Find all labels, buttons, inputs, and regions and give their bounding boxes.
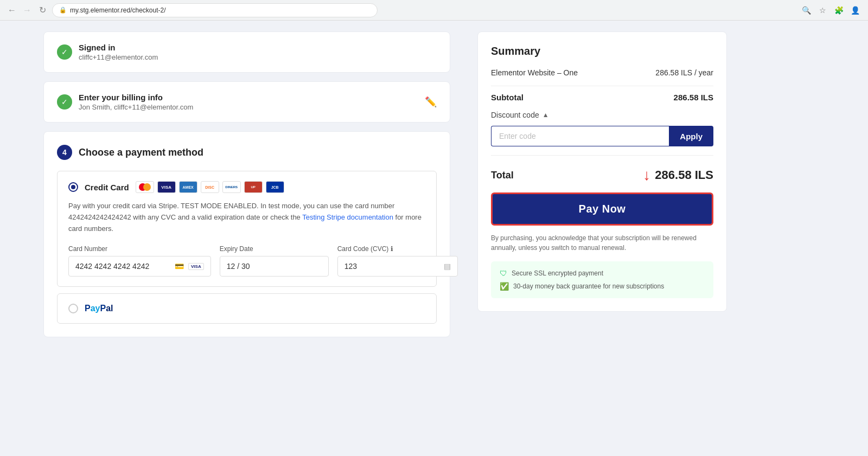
card-input-icon: 💳 [175, 262, 184, 271]
jcb-icon: JCB [266, 181, 284, 193]
expiry-label: Expiry Date [220, 245, 329, 253]
discount-toggle[interactable]: Discount code ▲ [491, 111, 713, 119]
card-number-group: Card Number 💳 VISA [68, 245, 211, 277]
cvc-group: Card Code (CVC) ℹ ▤ [337, 245, 458, 277]
payment-heading: Choose a payment method [79, 147, 203, 158]
step2-title: Enter your billing info [79, 93, 193, 102]
step2-check-icon: ✓ [57, 94, 72, 110]
discount-input-row: Apply [491, 126, 713, 146]
credit-card-radio[interactable] [68, 182, 78, 192]
ssl-icon: 🛡 [500, 269, 507, 278]
mastercard-icon [136, 181, 154, 193]
url-bar[interactable]: 🔒 my.stg.elementor.red/checkout-2/ [52, 3, 378, 17]
card-number-input-wrapper: 💳 VISA [68, 256, 211, 277]
forward-button[interactable]: → [22, 5, 33, 16]
total-value-group: ↓ 286.58 ILS [639, 166, 713, 184]
credit-card-header: Credit Card VISA AMEX DISC DINERS UP [68, 181, 425, 193]
step2-header: ✓ Enter your billing info Jon Smith, cli… [57, 93, 437, 111]
card-icons: VISA AMEX DISC DINERS UP JCB [136, 181, 284, 193]
subtotal-value: 286.58 ILS [674, 93, 713, 102]
step1-info: Signed in cliffc+11@elementor.com [79, 43, 158, 61]
profile-button[interactable]: 👤 [848, 4, 861, 17]
apply-button[interactable]: Apply [669, 126, 713, 146]
extensions-button[interactable]: 🧩 [832, 4, 845, 17]
left-panel: ✓ Signed in cliffc+11@elementor.com ✓ En… [0, 21, 467, 456]
browser-chrome: ← → ↻ 🔒 my.stg.elementor.red/checkout-2/… [0, 0, 868, 21]
edit-billing-button[interactable]: ✏️ [425, 96, 437, 108]
summary-card: Summary Elementor Website – One 286.58 I… [477, 31, 727, 312]
page-layout: ✓ Signed in cliffc+11@elementor.com ✓ En… [0, 21, 868, 456]
visa-icon: VISA [157, 181, 176, 193]
cvc-info-icon[interactable]: ℹ [391, 245, 393, 253]
step1-email: cliffc+11@elementor.com [79, 53, 158, 61]
security-section: 🛡 Secure SSL encrypted payment ✅ 30-day … [491, 261, 713, 298]
right-panel: Summary Elementor Website – One 286.58 I… [467, 21, 749, 456]
cvc-icon: ▤ [444, 262, 451, 271]
card-form: Card Number 💳 VISA Expiry Date [68, 245, 425, 277]
card-type-badge: VISA [188, 263, 204, 270]
renewal-note: By purchasing, you acknowledge that your… [491, 233, 713, 253]
payment-section: 4 Choose a payment method Credit Card [43, 131, 450, 337]
guarantee-text: 30-day money back guarantee for new subs… [513, 282, 664, 290]
lock-icon: 🔒 [59, 7, 67, 14]
back-button[interactable]: ← [7, 5, 17, 16]
url-text: my.stg.elementor.red/checkout-2/ [70, 7, 166, 14]
divider1 [491, 86, 713, 86]
total-label: Total [491, 170, 514, 181]
expiry-input-wrapper [220, 256, 329, 277]
amex-icon: AMEX [179, 181, 197, 193]
unionpay-icon: UP [244, 181, 263, 193]
step1-header: ✓ Signed in cliffc+11@elementor.com [57, 43, 437, 61]
paypal-logo: PayPal [85, 304, 113, 313]
step1-title: Signed in [79, 43, 158, 52]
cvc-input-wrapper: ▤ [337, 256, 458, 277]
test-mode-text: Pay with your credit card via Stripe. TE… [68, 201, 425, 234]
ssl-item: 🛡 Secure SSL encrypted payment [500, 269, 705, 278]
reload-button[interactable]: ↻ [37, 5, 48, 16]
paypal-radio[interactable] [68, 304, 78, 313]
step4-number: 4 [57, 145, 72, 160]
card-number-label: Card Number [68, 245, 211, 253]
diners-icon: DINERS [222, 181, 241, 193]
discover-icon: DISC [201, 181, 219, 193]
step1-check-icon: ✓ [57, 44, 72, 60]
step1-card: ✓ Signed in cliffc+11@elementor.com [43, 31, 450, 73]
step2-card: ✓ Enter your billing info Jon Smith, cli… [43, 81, 450, 123]
product-row: Elementor Website – One 286.58 ILS / yea… [491, 68, 713, 77]
subtotal-row: Subtotal 286.58 ILS [491, 93, 713, 102]
credit-card-label: Credit Card [85, 183, 129, 192]
discount-code-input[interactable] [491, 126, 669, 146]
cvc-input[interactable] [344, 262, 439, 271]
credit-card-option[interactable]: Credit Card VISA AMEX DISC DINERS UP [57, 171, 437, 287]
expiry-group: Expiry Date [220, 245, 329, 277]
step2-info: Enter your billing info Jon Smith, cliff… [79, 93, 193, 111]
expiry-input[interactable] [227, 262, 322, 271]
discount-label: Discount code [491, 111, 539, 119]
card-number-input[interactable] [75, 262, 170, 271]
divider2 [491, 155, 713, 156]
total-value: 286.58 ILS [655, 168, 713, 182]
discount-section: Discount code ▲ Apply [491, 111, 713, 146]
ssl-text: Secure SSL encrypted payment [512, 269, 603, 277]
bookmark-button[interactable]: ☆ [816, 4, 829, 17]
product-name: Elementor Website – One [491, 68, 578, 77]
summary-title: Summary [491, 45, 713, 57]
step2-details: Jon Smith, cliffc+11@elementor.com [79, 103, 193, 111]
pay-now-button[interactable]: Pay Now [491, 192, 713, 226]
paypal-header: PayPal [68, 304, 425, 313]
testing-docs-link[interactable]: Testing Stripe documentation [302, 213, 395, 221]
browser-toolbar: 🔍 ☆ 🧩 👤 [800, 4, 861, 17]
total-row: Total ↓ 286.58 ILS [491, 166, 713, 184]
product-price: 286.58 ILS / year [655, 68, 713, 77]
subtotal-label: Subtotal [491, 93, 524, 102]
guarantee-icon: ✅ [500, 282, 509, 291]
payment-title: 4 Choose a payment method [57, 145, 437, 160]
guarantee-item: ✅ 30-day money back guarantee for new su… [500, 282, 705, 291]
zoom-button[interactable]: 🔍 [800, 4, 813, 17]
paypal-option[interactable]: PayPal [57, 293, 437, 324]
total-arrow-icon: ↓ [643, 166, 650, 184]
discount-chevron-icon: ▲ [542, 111, 549, 119]
cvc-label: Card Code (CVC) ℹ [337, 245, 458, 253]
